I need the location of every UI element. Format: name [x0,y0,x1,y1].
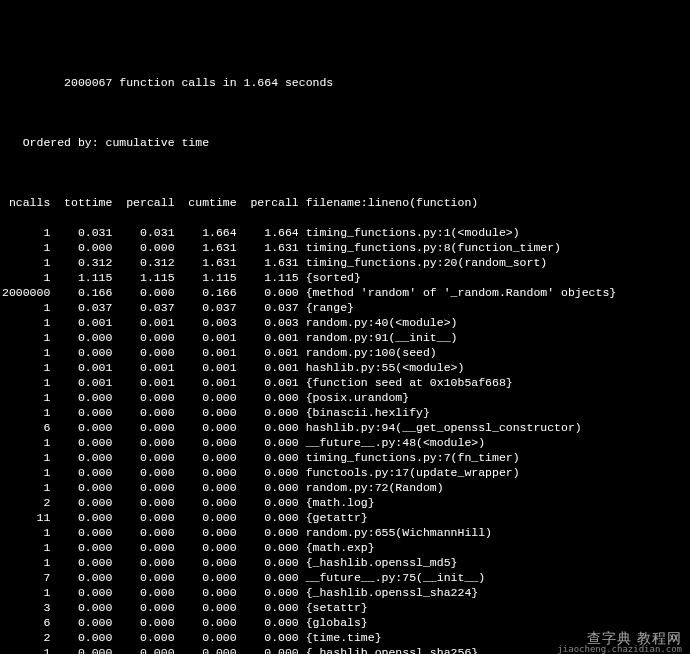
profile-row: 6 0.000 0.000 0.000 0.000 hashlib.py:94(… [2,420,690,435]
profile-row: 3 0.000 0.000 0.000 0.000 {setattr} [2,600,690,615]
profile-row: 7 0.000 0.000 0.000 0.000 __future__.py:… [2,570,690,585]
profile-row: 1 0.000 0.000 0.000 0.000 random.py:72(R… [2,480,690,495]
profile-row: 1 0.000 0.000 1.631 1.631 timing_functio… [2,240,690,255]
profile-row: 1 0.001 0.001 0.003 0.003 random.py:40(<… [2,315,690,330]
profile-row: 1 0.000 0.000 0.000 0.000 timing_functio… [2,450,690,465]
profile-row: 1 0.000 0.000 0.001 0.001 random.py:91(_… [2,330,690,345]
profile-row: 1 0.001 0.001 0.001 0.001 hashlib.py:55(… [2,360,690,375]
blank-line [2,165,690,180]
profile-row: 1 0.000 0.000 0.000 0.000 random.py:655(… [2,525,690,540]
profile-row: 1 0.312 0.312 1.631 1.631 timing_functio… [2,255,690,270]
terminal-output: 2000067 function calls in 1.664 seconds … [2,60,690,654]
profile-row: 1 0.000 0.000 0.000 0.000 {_hashlib.open… [2,585,690,600]
blank-line [2,105,690,120]
profile-row: 1 0.000 0.000 0.000 0.000 functools.py:1… [2,465,690,480]
profile-row: 1 1.115 1.115 1.115 1.115 {sorted} [2,270,690,285]
profile-row: 1 0.037 0.037 0.037 0.037 {range} [2,300,690,315]
profile-row: 1 0.001 0.001 0.001 0.001 {function seed… [2,375,690,390]
profile-row: 1 0.000 0.000 0.001 0.001 random.py:100(… [2,345,690,360]
profile-row: 1 0.000 0.000 0.000 0.000 {binascii.hexl… [2,405,690,420]
profile-row: 6 0.000 0.000 0.000 0.000 {globals} [2,615,690,630]
profile-row: 1 0.000 0.000 0.000 0.000 {_hashlib.open… [2,555,690,570]
profile-row: 2000000 0.166 0.000 0.166 0.000 {method … [2,285,690,300]
columns-header: ncalls tottime percall cumtime percall f… [2,195,690,210]
profile-row: 1 0.000 0.000 0.000 0.000 {math.exp} [2,540,690,555]
profile-row: 1 0.000 0.000 0.000 0.000 {posix.urandom… [2,390,690,405]
summary-line: 2000067 function calls in 1.664 seconds [2,75,690,90]
ordered-by-line: Ordered by: cumulative time [2,135,690,150]
profile-row: 2 0.000 0.000 0.000 0.000 {math.log} [2,495,690,510]
profile-row: 1 0.031 0.031 1.664 1.664 timing_functio… [2,225,690,240]
profile-row: 11 0.000 0.000 0.000 0.000 {getattr} [2,510,690,525]
watermark-url: jiaocheng.chazidian.com [557,642,682,654]
profile-row: 1 0.000 0.000 0.000 0.000 __future__.py:… [2,435,690,450]
profile-rows: 1 0.031 0.031 1.664 1.664 timing_functio… [2,225,690,654]
